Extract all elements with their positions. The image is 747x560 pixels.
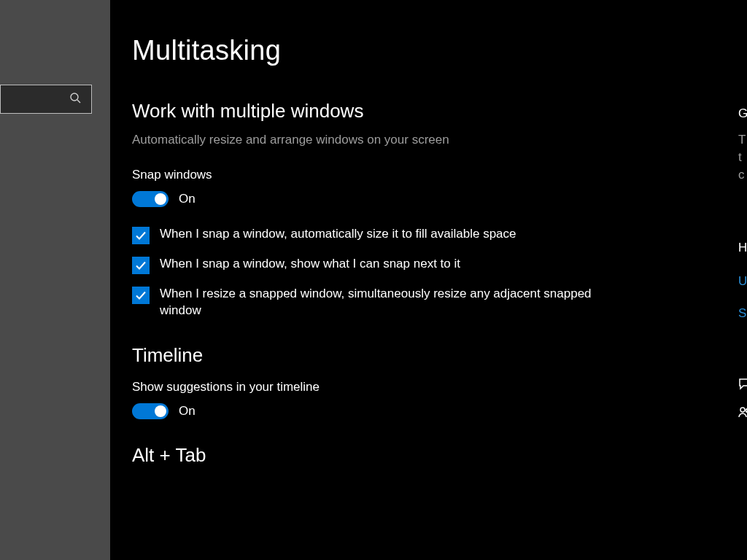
- feedback-icon: [738, 378, 747, 394]
- snap-windows-toggle[interactable]: [132, 191, 169, 207]
- checkbox-fill-space[interactable]: [132, 227, 150, 244]
- section-heading: Work with multiple windows: [132, 100, 725, 122]
- snap-option-2: When I snap a window, show what I can sn…: [132, 256, 614, 274]
- main-content: Multitasking Work with multiple windows …: [110, 0, 747, 560]
- timeline-suggestions-state: On: [179, 404, 196, 419]
- snap-windows-label: Snap windows: [132, 168, 725, 182]
- checkbox-snap-next[interactable]: [132, 257, 150, 274]
- right-link[interactable]: S: [738, 306, 746, 321]
- toggle-knob: [155, 405, 166, 417]
- section-timeline: Timeline Show suggestions in your timeli…: [132, 344, 725, 419]
- svg-point-0: [71, 93, 78, 101]
- timeline-suggestions-label: Show suggestions in your timeline: [132, 380, 725, 394]
- right-text: c: [738, 168, 745, 182]
- right-text: T: [738, 133, 746, 147]
- checkbox-label: When I snap a window, automatically size…: [160, 226, 516, 243]
- people-icon: [738, 405, 747, 422]
- section-subtext: Automatically resize and arrange windows…: [132, 133, 725, 147]
- section-alt-tab: Alt + Tab: [132, 444, 725, 467]
- right-text: t: [738, 150, 742, 165]
- snap-option-3: When I resize a snapped window, simultan…: [132, 286, 614, 319]
- timeline-suggestions-toggle-row: On: [132, 403, 725, 419]
- section-work-multiple-windows: Work with multiple windows Automatically…: [132, 100, 725, 319]
- search-icon: [69, 92, 81, 106]
- checkbox-label: When I resize a snapped window, simultan…: [160, 286, 614, 319]
- right-text: G: [738, 106, 747, 121]
- svg-line-1: [77, 100, 80, 103]
- page-title: Multitasking: [132, 35, 725, 66]
- toggle-knob: [155, 193, 166, 205]
- checkbox-label: When I snap a window, show what I can sn…: [160, 256, 460, 273]
- search-input[interactable]: [0, 85, 92, 114]
- snap-option-1: When I snap a window, automatically size…: [132, 226, 614, 244]
- sidebar: [0, 0, 110, 560]
- timeline-suggestions-toggle[interactable]: [132, 403, 169, 419]
- snap-windows-toggle-row: On: [132, 191, 725, 207]
- snap-windows-state: On: [179, 192, 196, 206]
- checkbox-resize-adjacent[interactable]: [132, 287, 150, 304]
- right-text: H: [738, 241, 747, 255]
- right-link[interactable]: U: [738, 274, 747, 289]
- section-heading: Alt + Tab: [132, 444, 725, 467]
- section-heading: Timeline: [132, 344, 725, 367]
- svg-point-2: [740, 408, 745, 412]
- right-pane: G T t c H U S: [738, 0, 747, 560]
